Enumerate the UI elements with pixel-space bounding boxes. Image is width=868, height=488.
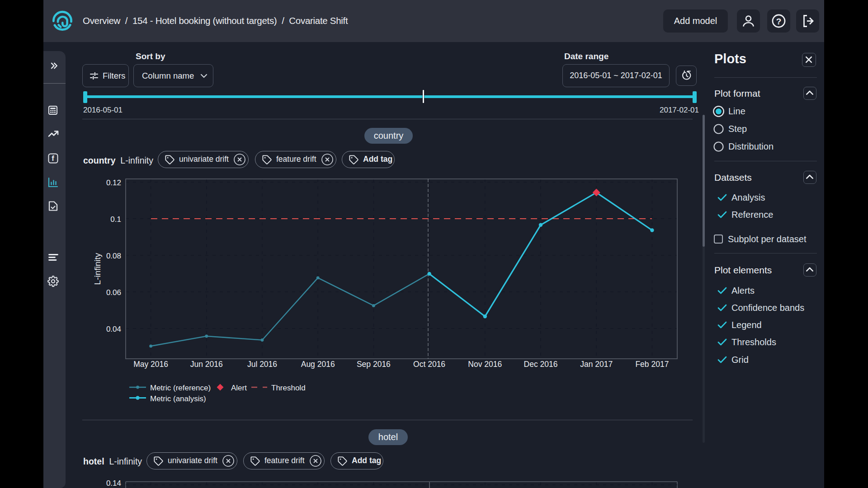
svg-text:?: ? [776,17,782,26]
svg-text:f: f [52,154,54,162]
